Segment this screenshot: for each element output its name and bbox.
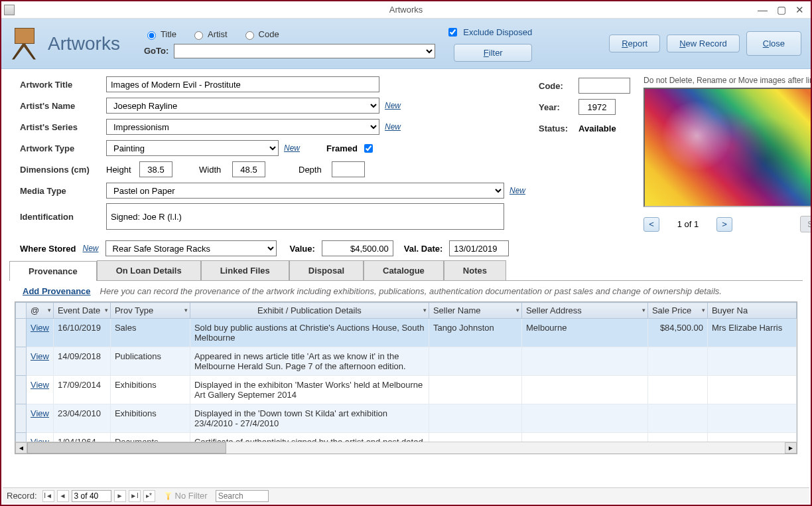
label-framed: Framed: [326, 143, 358, 153]
app-icon: [4, 5, 15, 15]
nav-new-button[interactable]: ▸*: [143, 490, 155, 502]
label-valdate: Val. Date:: [404, 244, 443, 254]
year-input[interactable]: [578, 99, 616, 115]
grid-horizontal-scrollbar[interactable]: ◄►: [15, 442, 797, 454]
tab-notes[interactable]: Notes: [444, 260, 506, 280]
record-search-input[interactable]: [216, 490, 269, 502]
close-button[interactable]: Close: [746, 31, 801, 56]
where-stored-combo[interactable]: Rear Safe Storage Racks: [105, 240, 277, 256]
page-title: Artworks: [48, 33, 120, 54]
provenance-hint: Here you can record the provenance of th…: [100, 286, 722, 296]
media-type-combo[interactable]: Pastel on Paper: [106, 183, 504, 199]
image-counter: 1 of 1: [665, 219, 711, 229]
col-eventdate[interactable]: Event Date▾: [53, 303, 110, 319]
status-value: Available: [578, 124, 616, 133]
label-artist: Artist's Name: [20, 101, 106, 111]
label-title: Artwork Title: [20, 80, 106, 90]
filter-button[interactable]: Filter: [454, 44, 532, 62]
height-input[interactable]: [139, 161, 172, 177]
col-provtype[interactable]: Prov Type▾: [110, 303, 190, 319]
col-selleraddr[interactable]: Seller Address▾: [521, 303, 647, 319]
label-year: Year:: [539, 102, 578, 112]
window-title: Artworks: [389, 5, 423, 15]
goto-combo[interactable]: [174, 44, 435, 58]
label-type: Artwork Type: [20, 143, 106, 153]
radio-artist[interactable]: Artist: [191, 29, 228, 40]
view-link[interactable]: View: [31, 351, 49, 361]
value-input[interactable]: [322, 240, 393, 256]
code-input[interactable]: [578, 78, 630, 94]
table-row[interactable]: View23/04/2010ExhibitionsDisplayed in th…: [16, 404, 797, 433]
width-input[interactable]: [232, 161, 265, 177]
tab-strip: Provenance On Loan Details Linked Files …: [9, 260, 803, 280]
funnel-icon: [165, 492, 172, 500]
easel-icon: [11, 25, 37, 62]
nav-first-button[interactable]: I◄: [42, 490, 54, 502]
artwork-image: [643, 88, 812, 207]
exclude-disposed-checkbox[interactable]: Exclude Disposed: [446, 26, 532, 39]
table-row[interactable]: View14/09/2018PublicationsAppeared in ne…: [16, 347, 797, 376]
label-dimensions: Dimensions (cm): [20, 165, 106, 175]
tab-provenance[interactable]: Provenance: [9, 261, 97, 281]
label-identification: Identification: [20, 212, 106, 222]
record-number-input[interactable]: [72, 490, 111, 502]
radio-code[interactable]: Code: [242, 29, 279, 40]
header-band: Artworks Title Artist Code GoTo: Exclude…: [1, 19, 811, 69]
col-details[interactable]: Exhibit / Publication Details▾: [190, 303, 429, 319]
col-sellername[interactable]: Seller Name▾: [429, 303, 521, 319]
label-status: Status:: [539, 124, 578, 133]
set-default-button[interactable]: Set as Default: [800, 216, 812, 232]
image-warning: Do not Delete, Rename or Move images aft…: [643, 76, 812, 85]
artist-series-combo[interactable]: Impressionism: [106, 119, 379, 135]
tab-catalogue[interactable]: Catalogue: [364, 260, 444, 280]
new-type-link[interactable]: New: [284, 143, 300, 153]
view-link[interactable]: View: [31, 323, 49, 333]
table-row[interactable]: View16/10/2019SalesSold buy public austi…: [16, 319, 797, 347]
view-link[interactable]: View: [31, 408, 49, 418]
goto-label: GoTo:: [144, 46, 169, 56]
label-media: Media Type: [20, 186, 106, 196]
depth-input[interactable]: [332, 161, 365, 177]
new-artist-link[interactable]: New: [385, 101, 401, 110]
table-row[interactable]: View17/09/2014ExhibitionsDisplayed in th…: [16, 376, 797, 404]
add-provenance-link[interactable]: Add Provenance: [23, 286, 91, 296]
col-at[interactable]: @▾: [27, 303, 54, 319]
new-record-button[interactable]: New Record: [667, 35, 740, 52]
minimize-button[interactable]: —: [758, 5, 768, 15]
radio-title[interactable]: Title: [144, 29, 176, 40]
no-filter-indicator: No Filter: [165, 491, 208, 501]
label-series: Artist's Series: [20, 122, 106, 132]
nav-prev-button[interactable]: ◄: [57, 490, 69, 502]
tab-linkedfiles[interactable]: Linked Files: [201, 260, 289, 280]
new-series-link[interactable]: New: [385, 122, 401, 131]
artwork-type-combo[interactable]: Painting: [106, 140, 279, 156]
tab-onloan[interactable]: On Loan Details: [97, 260, 201, 280]
col-buyername[interactable]: Buyer Na: [707, 303, 796, 319]
report-button[interactable]: Report: [609, 35, 660, 52]
nav-last-button[interactable]: ►I: [129, 490, 141, 502]
col-saleprice[interactable]: Sale Price▾: [647, 303, 707, 319]
titlebar: Artworks — ▢ ✕: [1, 1, 811, 19]
artist-name-combo[interactable]: Joeseph Rayline: [106, 98, 379, 114]
new-media-link[interactable]: New: [509, 186, 525, 195]
identification-input[interactable]: [106, 203, 504, 230]
framed-checkbox[interactable]: [364, 144, 373, 153]
label-value: Value:: [290, 244, 315, 254]
artwork-title-input[interactable]: [106, 76, 379, 92]
nav-next-button[interactable]: ►: [114, 490, 126, 502]
image-prev-button[interactable]: <: [643, 217, 659, 232]
valdate-input[interactable]: [449, 240, 509, 256]
record-navigator: Record: I◄ ◄ ► ►I ▸* No Filter: [3, 487, 809, 503]
label-code: Code:: [539, 81, 578, 91]
tab-disposal[interactable]: Disposal: [289, 260, 364, 280]
label-where-stored: Where Stored: [20, 244, 76, 254]
maximize-button[interactable]: ▢: [777, 5, 786, 15]
close-window-button[interactable]: ✕: [795, 5, 804, 15]
view-link[interactable]: View: [31, 380, 49, 390]
image-next-button[interactable]: >: [716, 217, 732, 232]
provenance-grid: @▾ Event Date▾ Prov Type▾ Exhibit / Publ…: [15, 301, 797, 454]
new-location-link[interactable]: New: [83, 244, 99, 253]
